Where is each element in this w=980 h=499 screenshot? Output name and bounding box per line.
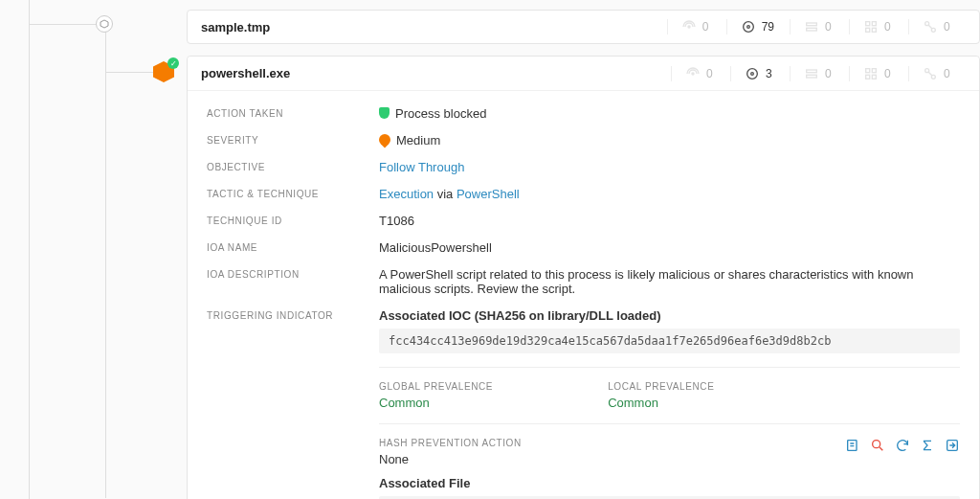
associated-file-title: Associated File [379,476,960,490]
svg-rect-16 [807,75,817,78]
value-action-taken: Process blocked [379,106,960,121]
action-export-icon[interactable] [945,438,960,456]
severity-icon [377,132,393,148]
stat-disk: 3 [730,66,788,81]
shield-icon [379,107,390,119]
stat-registry: 0 [790,66,847,81]
value-ioa-name: MaliciousPowershell [379,240,960,255]
process-row-parent[interactable]: sample.tmp 0 79 0 0 0 [187,10,980,44]
stat-dns: 0 [908,66,966,81]
action-sigma-icon[interactable] [920,438,935,456]
svg-rect-7 [872,22,876,26]
value-ioa-description: A PowerShell script related to this proc… [379,267,960,296]
label-hash-prevention: HASH PREVENTION ACTION [379,438,522,448]
ioc-hash[interactable]: fcc434cc413e969de19d329ca4e15ca567da5daa… [379,329,960,353]
svg-point-1 [688,26,690,28]
link-tactic[interactable]: Execution [379,187,434,201]
svg-point-13 [747,68,758,79]
value-local-prevalence: Common [608,396,714,410]
svg-rect-17 [866,68,870,72]
tree-node-badge-check: ✓ [167,57,179,69]
stat-registry: 0 [790,19,847,34]
label-action-taken: ACTION TAKEN [207,106,379,119]
action-refresh-icon[interactable] [895,438,910,456]
svg-point-3 [746,26,749,29]
stat-process: 0 [849,19,906,34]
label-technique-id: TECHNIQUE ID [207,214,379,226]
process-name: powershell.exe [201,66,671,80]
svg-point-14 [751,72,754,75]
svg-point-2 [743,22,753,33]
svg-marker-0 [100,20,108,28]
process-detail-card: powershell.exe 0 3 0 0 [187,56,980,499]
label-local-prevalence: LOCAL PREVALENCE [608,381,714,392]
stat-network: 0 [671,66,728,81]
stat-disk: 79 [726,19,788,34]
link-objective[interactable]: Follow Through [379,160,464,174]
svg-rect-6 [866,22,870,26]
process-name: sample.tmp [201,20,667,34]
label-objective: OBJECTIVE [207,160,379,172]
label-ioa-description: IOA DESCRIPTION [207,267,379,280]
value-technique-id: T1086 [379,214,960,228]
svg-rect-20 [872,75,876,79]
value-global-prevalence: Common [379,396,493,410]
label-triggering-indicator: TRIGGERING INDICATOR [207,308,379,321]
svg-rect-5 [807,28,817,31]
action-search-icon[interactable] [870,438,885,456]
label-global-prevalence: GLOBAL PREVALENCE [379,381,493,392]
label-ioa-name: IOA NAME [207,240,379,253]
value-severity: Medium [379,133,960,147]
label-tactic-technique: TACTIC & TECHNIQUE [207,187,379,199]
svg-rect-8 [866,28,870,32]
label-severity: SEVERITY [207,133,379,146]
stat-process: 0 [849,66,906,81]
stat-dns: 0 [908,19,966,34]
svg-rect-9 [872,28,876,32]
svg-rect-4 [807,23,817,26]
svg-rect-18 [872,68,876,72]
svg-rect-15 [807,70,817,73]
svg-point-12 [692,73,694,75]
action-edit-icon[interactable] [845,438,860,456]
tree-node-parent[interactable] [96,15,113,33]
value-hash-prevention: None [379,452,522,466]
link-technique[interactable]: PowerShell [457,187,520,201]
ioc-title: Associated IOC (SHA256 on library/DLL lo… [379,308,960,323]
stat-network: 0 [667,19,724,34]
svg-point-24 [873,441,880,448]
svg-rect-19 [866,75,870,79]
